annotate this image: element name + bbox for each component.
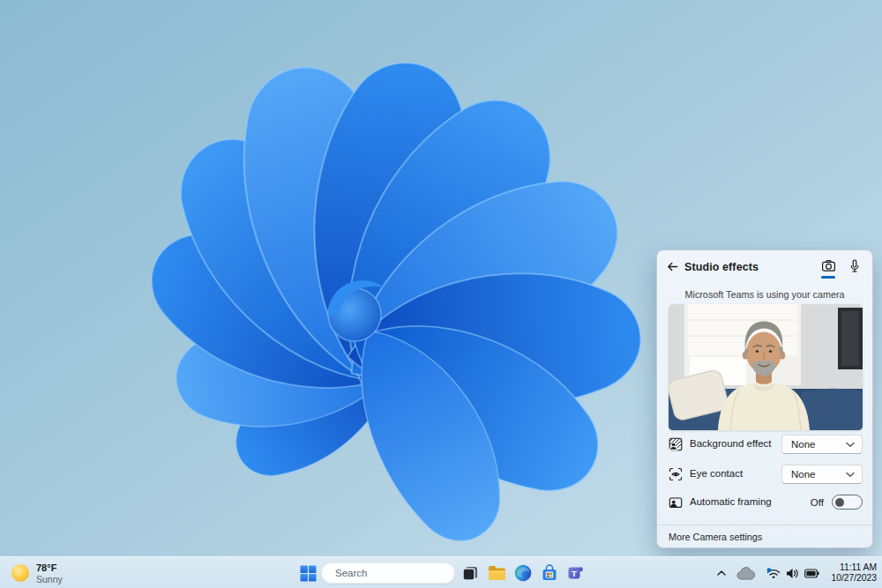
panel-title: Studio effects — [684, 261, 759, 273]
system-tray: 11:11 AM 10/27/2023 — [714, 557, 882, 588]
background-effect-icon — [669, 437, 683, 451]
selected-tab-underline — [821, 276, 835, 279]
automatic-framing-icon — [669, 495, 683, 510]
teams-button[interactable]: T — [564, 562, 587, 584]
eye-contact-label: Eye contact — [690, 468, 743, 479]
network-wifi-icon — [766, 568, 781, 579]
clock-date: 10/27/2023 — [831, 573, 877, 584]
chevron-down-icon — [846, 472, 855, 478]
studio-effects-header: Studio effects — [657, 250, 872, 282]
hidden-icons-button[interactable] — [714, 567, 729, 579]
automatic-framing-row: Automatic framing Off — [657, 489, 872, 516]
clock-time: 11:11 AM — [831, 562, 877, 574]
chevron-up-icon — [716, 569, 727, 577]
edge-button[interactable] — [512, 562, 534, 584]
toggle-knob — [835, 498, 844, 507]
volume-icon — [786, 568, 799, 579]
file-explorer-icon — [488, 565, 506, 581]
network-volume-battery-group[interactable] — [763, 565, 823, 582]
background-effect-dropdown[interactable]: None — [781, 435, 863, 454]
weather-widget[interactable]: 78°F Sunny — [6, 557, 68, 588]
svg-text:T: T — [572, 569, 577, 578]
toggle-track[interactable] — [832, 495, 863, 510]
teams-icon: T — [567, 564, 585, 582]
battery-icon — [804, 569, 819, 578]
toggle-state-label: Off — [811, 497, 824, 508]
microsoft-store-icon — [541, 564, 558, 582]
panel-divider — [657, 525, 872, 525]
studio-effects-flyout: Studio effects Microsoft Teams is using … — [656, 249, 873, 548]
weather-temp: 78°F — [36, 562, 63, 574]
back-button[interactable] — [664, 258, 680, 274]
onedrive-button[interactable] — [735, 565, 757, 582]
tab-microphone[interactable] — [844, 257, 865, 279]
store-button[interactable] — [538, 562, 561, 584]
windows-start-icon — [300, 565, 317, 582]
eye-contact-dropdown[interactable]: None — [781, 465, 863, 484]
edge-icon — [514, 564, 532, 582]
tab-camera[interactable] — [818, 257, 839, 279]
file-explorer-button[interactable] — [485, 562, 508, 584]
more-camera-settings-link[interactable]: More Camera settings — [669, 532, 762, 542]
task-view-icon — [461, 564, 479, 582]
onedrive-cloud-icon — [736, 567, 755, 580]
start-button[interactable] — [296, 562, 319, 584]
microphone-icon — [848, 259, 861, 273]
eye-contact-value: None — [791, 469, 846, 480]
weather-condition: Sunny — [36, 574, 63, 584]
chevron-down-icon — [846, 442, 855, 448]
eye-contact-icon — [669, 467, 683, 481]
back-arrow-icon — [666, 260, 679, 273]
camera-icon — [821, 259, 836, 272]
eye-contact-row: Eye contact None — [657, 461, 872, 488]
background-effect-value: None — [791, 439, 846, 450]
task-view-button[interactable] — [459, 562, 482, 584]
background-effect-label: Background effect — [690, 438, 772, 449]
camera-in-use-status: Microsoft Teams is using your camera — [657, 289, 872, 300]
automatic-framing-toggle[interactable]: Off — [811, 495, 863, 510]
automatic-framing-label: Automatic framing — [690, 496, 772, 507]
background-effect-row: Background effect None — [657, 431, 872, 458]
taskbar: 78°F Sunny b — [0, 556, 882, 588]
search-box[interactable]: b — [321, 562, 455, 584]
search-input[interactable] — [335, 568, 471, 578]
sunny-weather-icon — [11, 564, 29, 582]
camera-preview — [669, 304, 863, 430]
clock[interactable]: 11:11 AM 10/27/2023 — [829, 562, 877, 584]
